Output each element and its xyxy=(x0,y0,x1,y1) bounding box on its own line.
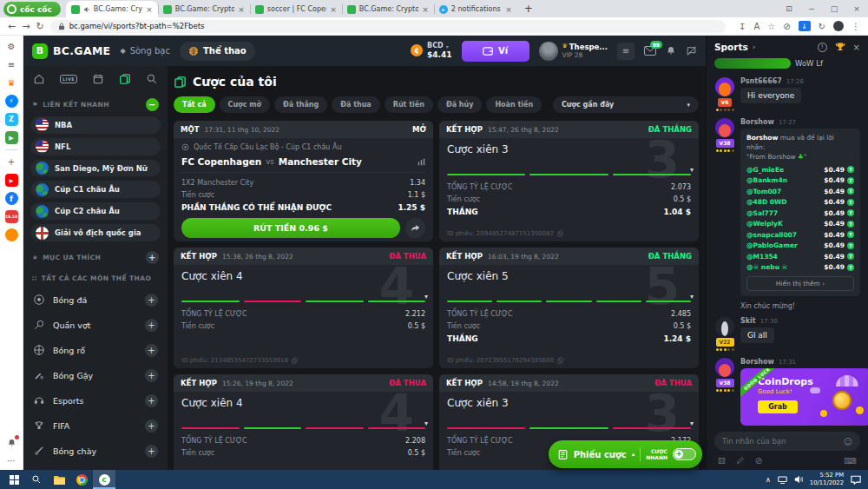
add-shortcut-icon[interactable]: + xyxy=(5,155,18,169)
translate-icon[interactable]: A xyxy=(753,22,760,31)
minimize-button[interactable]: − xyxy=(800,4,823,13)
browser-menu-icon[interactable]: ⋮ xyxy=(852,22,860,31)
file-explorer-icon[interactable] xyxy=(48,470,70,489)
url-input[interactable]: bc.game/vi/sports?bt-path=%2Fbets xyxy=(50,20,726,33)
sidebar-item-esports[interactable]: Esports + xyxy=(30,388,161,413)
mail-icon[interactable]: 99 xyxy=(644,46,656,56)
cashout-button[interactable]: RÚT TIỀN 0.96 $ xyxy=(181,218,400,238)
clock-icon[interactable] xyxy=(5,228,18,241)
live-icon[interactable]: LIVE xyxy=(60,75,77,83)
user-profile[interactable]: ♛Thespe... VIP 28 xyxy=(539,42,608,61)
bet-card-single[interactable]: MỘT 17:31, 11 thg 10, 2022 MỞ Quốc Tế Cấ… xyxy=(174,121,433,241)
keyboard-icon[interactable]: ⌨ xyxy=(845,456,857,466)
facebook-icon[interactable]: f xyxy=(5,192,18,205)
bell-icon[interactable] xyxy=(5,436,18,449)
sort-dropdown[interactable]: Cược gần đây ▾ xyxy=(553,96,699,113)
expand-button[interactable]: + xyxy=(145,294,158,307)
nav-sports[interactable]: Thể thao xyxy=(180,42,255,61)
filter-cancelled[interactable]: Đã hủy xyxy=(437,96,483,113)
chat-username[interactable]: Borshow xyxy=(740,118,774,126)
taskbar-clock[interactable]: 5:52 PM 10/11/2022 xyxy=(810,472,844,487)
coccoc-taskbar-icon[interactable]: c xyxy=(93,470,115,489)
tab-audio-icon[interactable] xyxy=(83,6,90,13)
browser-tab-2[interactable]: BC.Game: Crypto Casino Gam × xyxy=(158,1,250,17)
new-tab-button[interactable]: + xyxy=(524,3,533,15)
expand-button[interactable]: + xyxy=(145,369,158,382)
bell-icon[interactable] xyxy=(666,45,676,56)
sidebar-item-cupc2[interactable]: Cúp C2 châu Âu xyxy=(30,202,161,220)
currency-selector[interactable]: ¢ BCD▾ $4.41 xyxy=(411,42,451,59)
sidebar-item-sandiego[interactable]: San Diego, Mỹ Đơn Nữ xyxy=(30,160,161,177)
forward-icon[interactable]: → xyxy=(22,21,30,32)
nav-casino[interactable]: ◆ Sòng bạc xyxy=(120,46,169,56)
action-center-icon[interactable] xyxy=(851,475,861,485)
chat-username[interactable]: Borshow xyxy=(740,358,774,366)
add-favorite-button[interactable]: + xyxy=(146,251,159,264)
back-icon[interactable]: ← xyxy=(8,21,16,32)
chat-username[interactable]: Psnt66667 xyxy=(740,77,782,85)
chat-message-list[interactable]: WoW Lf V38 V6 Psnt66667 17:26 xyxy=(707,58,868,426)
my-bets-icon[interactable] xyxy=(119,73,131,85)
avatar[interactable] xyxy=(715,358,734,377)
chat-room-selector[interactable]: Sports xyxy=(714,42,748,52)
filter-won[interactable]: Đã thắng xyxy=(274,96,327,113)
close-button[interactable]: × xyxy=(845,4,868,13)
filter-open[interactable]: Cược mở xyxy=(220,96,270,113)
download-icon[interactable]: ↓ xyxy=(799,21,811,31)
start-button[interactable] xyxy=(3,470,25,489)
sidebar-item-baseball[interactable]: Bóng chày + xyxy=(30,439,161,464)
pencil-icon[interactable] xyxy=(736,456,745,465)
tab-close-icon[interactable]: × xyxy=(422,5,429,14)
gif-icon[interactable]: ⊘ xyxy=(755,456,762,466)
share-button[interactable] xyxy=(405,218,425,238)
close-chat-icon[interactable]: × xyxy=(853,43,860,52)
schedule-icon[interactable] xyxy=(92,73,104,85)
expand-caret[interactable]: ▾ xyxy=(690,293,694,301)
chat-toggle-icon[interactable] xyxy=(686,45,697,56)
sidebar-item-tennis[interactable]: Quần vợt + xyxy=(30,313,161,338)
search-icon[interactable] xyxy=(25,470,48,489)
copy-icon[interactable] xyxy=(292,357,298,364)
filter-refund[interactable]: Hoàn tiền xyxy=(486,96,542,113)
coindrops-card[interactable]: GOOD LUCK CoinDrops Good Luck! Grab xyxy=(740,368,868,426)
bet-card-combo[interactable]: KẾT HỢP 15:47, 26 thg 8, 2022 ĐÃ THẮNG 3… xyxy=(439,121,699,241)
expand-caret[interactable]: ▾ xyxy=(424,420,428,427)
browser-tab-5[interactable]: ▸ 2 notifications × xyxy=(434,1,517,17)
tab-close-icon[interactable]: × xyxy=(238,5,245,14)
bet-card-combo[interactable]: KẾT HỢP 16:03, 19 thg 8, 2022 ĐÃ THẮNG 5… xyxy=(439,248,699,368)
sale-icon[interactable]: 15.10 xyxy=(5,210,18,223)
chrome-icon[interactable] xyxy=(70,470,93,489)
sync-icon[interactable]: ↻ xyxy=(819,22,825,31)
tab-search-icon[interactable]: ⊡ xyxy=(778,4,800,13)
feed-icon[interactable]: ≡ xyxy=(5,58,18,71)
bookmark-star-icon[interactable]: ☆ xyxy=(767,22,775,31)
expand-button[interactable]: + xyxy=(145,319,158,332)
zalo-icon[interactable]: Z xyxy=(5,113,18,126)
sidebar-item-nba[interactable]: NBA xyxy=(30,116,161,134)
browser-tab-4[interactable]: BC.Game: Crypto Casino Gam × xyxy=(342,1,434,17)
home-icon[interactable] xyxy=(33,73,45,85)
tab-close-icon[interactable]: × xyxy=(330,5,337,14)
wallet-button[interactable]: Ví xyxy=(462,41,529,62)
show-more-button[interactable]: Hiển thị thêm › xyxy=(746,276,854,291)
tab-close-icon[interactable]: × xyxy=(505,5,512,14)
more-icon[interactable]: ⋯ xyxy=(5,454,18,467)
crown-icon[interactable]: ♛ xyxy=(5,76,18,89)
stats-icon[interactable] xyxy=(418,158,425,166)
filter-cashout[interactable]: Rút tiền xyxy=(385,96,433,113)
browser-tab-1[interactable]: BC.Game: Crypto Casino × xyxy=(66,1,158,17)
bet-list-icon[interactable]: ≡ xyxy=(617,43,635,60)
avatar[interactable] xyxy=(715,317,734,336)
sidebar-item-national[interactable]: Giải vô địch quốc gia xyxy=(30,224,161,241)
chat-rules-icon[interactable]: ! xyxy=(818,43,827,52)
avatar[interactable] xyxy=(715,77,734,96)
quick-bet-toggle[interactable]: + xyxy=(673,448,696,460)
sidebar-item-fifa[interactable]: FIFA + xyxy=(30,413,161,439)
betslip-button[interactable]: Phiếu cược ▴ CƯỢC NHANH + xyxy=(549,440,702,468)
copy-icon[interactable] xyxy=(557,230,563,237)
filter-all[interactable]: Tất cả xyxy=(174,96,215,113)
chat-username[interactable]: Skit xyxy=(740,317,756,325)
filter-lost[interactable]: Đã thua xyxy=(332,96,380,113)
copy-icon[interactable] xyxy=(557,357,563,364)
expand-caret[interactable]: ▾ xyxy=(690,420,694,427)
